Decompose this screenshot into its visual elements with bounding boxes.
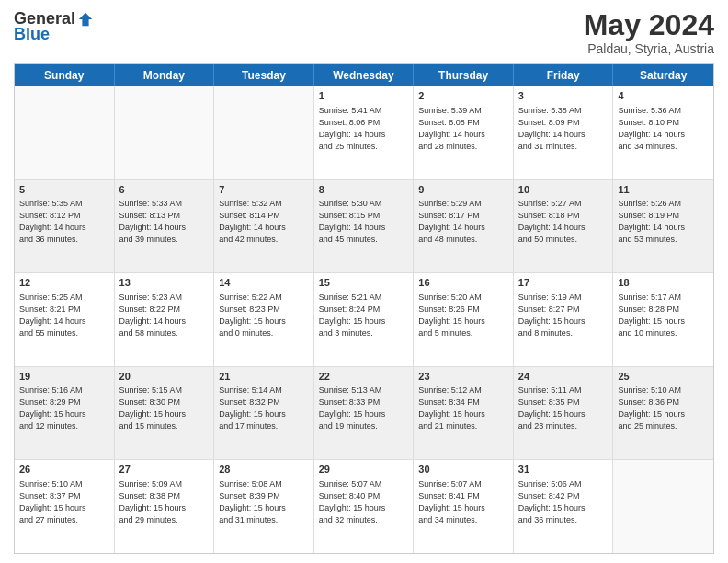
title-block: May 2024 Paldau, Styria, Austria: [584, 9, 714, 56]
cell-info-10: Sunrise: 5:27 AM Sunset: 8:18 PM Dayligh…: [518, 198, 609, 246]
cell-info-11: Sunrise: 5:26 AM Sunset: 8:19 PM Dayligh…: [618, 198, 709, 246]
logo-icon: [77, 11, 94, 28]
day-number-11: 11: [618, 183, 709, 197]
cal-cell-week4-day4: 30Sunrise: 5:07 AM Sunset: 8:41 PM Dayli…: [414, 460, 514, 553]
cal-cell-week4-day5: 31Sunrise: 5:06 AM Sunset: 8:42 PM Dayli…: [514, 460, 614, 553]
day-number-10: 10: [518, 183, 609, 197]
cal-cell-week3-day0: 19Sunrise: 5:16 AM Sunset: 8:29 PM Dayli…: [15, 367, 115, 460]
calendar: Sunday Monday Tuesday Wednesday Thursday…: [14, 63, 714, 554]
cal-cell-week3-day3: 22Sunrise: 5:13 AM Sunset: 8:33 PM Dayli…: [314, 367, 415, 460]
cal-cell-week0-day6: 4Sunrise: 5:36 AM Sunset: 8:10 PM Daylig…: [613, 86, 713, 179]
header-saturday: Saturday: [613, 64, 713, 86]
cell-info-25: Sunrise: 5:10 AM Sunset: 8:36 PM Dayligh…: [618, 385, 709, 432]
cal-cell-week2-day0: 12Sunrise: 5:25 AM Sunset: 8:21 PM Dayli…: [15, 273, 115, 366]
cal-cell-week1-day4: 9Sunrise: 5:29 AM Sunset: 8:17 PM Daylig…: [414, 180, 514, 273]
cell-info-18: Sunrise: 5:17 AM Sunset: 8:28 PM Dayligh…: [618, 292, 709, 339]
cell-info-30: Sunrise: 5:07 AM Sunset: 8:41 PM Dayligh…: [418, 478, 508, 526]
calendar-body: 1Sunrise: 5:41 AM Sunset: 8:06 PM Daylig…: [15, 86, 713, 553]
day-number-6: 6: [119, 183, 210, 197]
cal-cell-week1-day2: 7Sunrise: 5:32 AM Sunset: 8:14 PM Daylig…: [214, 180, 314, 273]
cal-cell-week2-day1: 13Sunrise: 5:23 AM Sunset: 8:22 PM Dayli…: [115, 273, 215, 366]
cell-info-12: Sunrise: 5:25 AM Sunset: 8:21 PM Dayligh…: [19, 292, 109, 339]
day-number-3: 3: [518, 89, 609, 103]
logo: General Blue: [14, 9, 94, 44]
day-number-8: 8: [319, 183, 409, 197]
logo-blue: Blue: [14, 25, 50, 44]
day-number-30: 30: [418, 463, 508, 477]
cal-cell-week2-day4: 16Sunrise: 5:20 AM Sunset: 8:26 PM Dayli…: [414, 273, 514, 366]
day-number-23: 23: [418, 370, 508, 384]
day-number-20: 20: [119, 370, 210, 384]
cell-info-13: Sunrise: 5:23 AM Sunset: 8:22 PM Dayligh…: [119, 292, 210, 339]
calendar-header: Sunday Monday Tuesday Wednesday Thursday…: [15, 64, 713, 86]
cal-cell-week3-day1: 20Sunrise: 5:15 AM Sunset: 8:30 PM Dayli…: [115, 367, 215, 460]
day-number-1: 1: [319, 89, 409, 103]
cal-cell-week2-day5: 17Sunrise: 5:19 AM Sunset: 8:27 PM Dayli…: [514, 273, 614, 366]
calendar-row-2: 12Sunrise: 5:25 AM Sunset: 8:21 PM Dayli…: [15, 272, 713, 366]
cal-cell-week0-day4: 2Sunrise: 5:39 AM Sunset: 8:08 PM Daylig…: [414, 86, 514, 179]
day-number-12: 12: [19, 276, 109, 290]
cell-info-20: Sunrise: 5:15 AM Sunset: 8:30 PM Dayligh…: [119, 385, 210, 432]
cell-info-17: Sunrise: 5:19 AM Sunset: 8:27 PM Dayligh…: [518, 292, 609, 339]
cell-info-24: Sunrise: 5:11 AM Sunset: 8:35 PM Dayligh…: [518, 385, 609, 432]
cal-cell-week3-day6: 25Sunrise: 5:10 AM Sunset: 8:36 PM Dayli…: [613, 367, 713, 460]
calendar-row-0: 1Sunrise: 5:41 AM Sunset: 8:06 PM Daylig…: [15, 86, 713, 179]
day-number-4: 4: [618, 89, 709, 103]
cell-info-9: Sunrise: 5:29 AM Sunset: 8:17 PM Dayligh…: [418, 198, 508, 246]
header-sunday: Sunday: [15, 64, 115, 86]
cal-cell-week0-day3: 1Sunrise: 5:41 AM Sunset: 8:06 PM Daylig…: [314, 86, 415, 179]
day-number-29: 29: [319, 463, 409, 477]
cal-cell-week2-day2: 14Sunrise: 5:22 AM Sunset: 8:23 PM Dayli…: [214, 273, 314, 366]
cal-cell-week2-day3: 15Sunrise: 5:21 AM Sunset: 8:24 PM Dayli…: [314, 273, 415, 366]
header: General Blue May 2024 Paldau, Styria, Au…: [14, 9, 714, 56]
subtitle: Paldau, Styria, Austria: [584, 41, 714, 56]
cell-info-15: Sunrise: 5:21 AM Sunset: 8:24 PM Dayligh…: [319, 292, 409, 339]
cal-cell-week1-day1: 6Sunrise: 5:33 AM Sunset: 8:13 PM Daylig…: [115, 180, 215, 273]
cal-cell-week1-day0: 5Sunrise: 5:35 AM Sunset: 8:12 PM Daylig…: [15, 180, 115, 273]
cell-info-3: Sunrise: 5:38 AM Sunset: 8:09 PM Dayligh…: [518, 105, 609, 153]
cell-info-6: Sunrise: 5:33 AM Sunset: 8:13 PM Dayligh…: [119, 198, 210, 246]
cell-info-2: Sunrise: 5:39 AM Sunset: 8:08 PM Dayligh…: [418, 105, 508, 153]
header-monday: Monday: [115, 64, 215, 86]
cell-info-26: Sunrise: 5:10 AM Sunset: 8:37 PM Dayligh…: [19, 478, 109, 526]
cell-info-4: Sunrise: 5:36 AM Sunset: 8:10 PM Dayligh…: [618, 105, 709, 153]
calendar-row-4: 26Sunrise: 5:10 AM Sunset: 8:37 PM Dayli…: [15, 459, 713, 553]
cal-cell-week0-day2: [214, 86, 314, 179]
header-thursday: Thursday: [414, 64, 514, 86]
day-number-21: 21: [219, 370, 309, 384]
day-number-24: 24: [518, 370, 609, 384]
header-friday: Friday: [514, 64, 614, 86]
cal-cell-week4-day3: 29Sunrise: 5:07 AM Sunset: 8:40 PM Dayli…: [314, 460, 415, 553]
day-number-26: 26: [19, 463, 109, 477]
cal-cell-week1-day5: 10Sunrise: 5:27 AM Sunset: 8:18 PM Dayli…: [514, 180, 614, 273]
cell-info-28: Sunrise: 5:08 AM Sunset: 8:39 PM Dayligh…: [219, 478, 309, 526]
cell-info-23: Sunrise: 5:12 AM Sunset: 8:34 PM Dayligh…: [418, 385, 508, 432]
cal-cell-week4-day6: [613, 460, 713, 553]
day-number-7: 7: [219, 183, 309, 197]
cal-cell-week2-day6: 18Sunrise: 5:17 AM Sunset: 8:28 PM Dayli…: [613, 273, 713, 366]
svg-marker-0: [79, 12, 92, 25]
cell-info-29: Sunrise: 5:07 AM Sunset: 8:40 PM Dayligh…: [319, 478, 409, 526]
day-number-25: 25: [618, 370, 709, 384]
cell-info-31: Sunrise: 5:06 AM Sunset: 8:42 PM Dayligh…: [518, 478, 609, 526]
cal-cell-week3-day4: 23Sunrise: 5:12 AM Sunset: 8:34 PM Dayli…: [414, 367, 514, 460]
calendar-row-1: 5Sunrise: 5:35 AM Sunset: 8:12 PM Daylig…: [15, 179, 713, 273]
page: General Blue May 2024 Paldau, Styria, Au…: [0, 0, 728, 563]
cell-info-14: Sunrise: 5:22 AM Sunset: 8:23 PM Dayligh…: [219, 292, 309, 339]
cal-cell-week4-day2: 28Sunrise: 5:08 AM Sunset: 8:39 PM Dayli…: [214, 460, 314, 553]
cal-cell-week3-day5: 24Sunrise: 5:11 AM Sunset: 8:35 PM Dayli…: [514, 367, 614, 460]
day-number-31: 31: [518, 463, 609, 477]
header-wednesday: Wednesday: [314, 64, 415, 86]
cal-cell-week1-day6: 11Sunrise: 5:26 AM Sunset: 8:19 PM Dayli…: [613, 180, 713, 273]
day-number-22: 22: [319, 370, 409, 384]
day-number-18: 18: [618, 276, 709, 290]
day-number-2: 2: [418, 89, 508, 103]
cell-info-22: Sunrise: 5:13 AM Sunset: 8:33 PM Dayligh…: [319, 385, 409, 432]
day-number-9: 9: [418, 183, 508, 197]
day-number-19: 19: [19, 370, 109, 384]
cal-cell-week1-day3: 8Sunrise: 5:30 AM Sunset: 8:15 PM Daylig…: [314, 180, 415, 273]
cell-info-27: Sunrise: 5:09 AM Sunset: 8:38 PM Dayligh…: [119, 478, 210, 526]
cal-cell-week4-day0: 26Sunrise: 5:10 AM Sunset: 8:37 PM Dayli…: [15, 460, 115, 553]
cell-info-1: Sunrise: 5:41 AM Sunset: 8:06 PM Dayligh…: [319, 105, 409, 153]
cell-info-16: Sunrise: 5:20 AM Sunset: 8:26 PM Dayligh…: [418, 292, 508, 339]
